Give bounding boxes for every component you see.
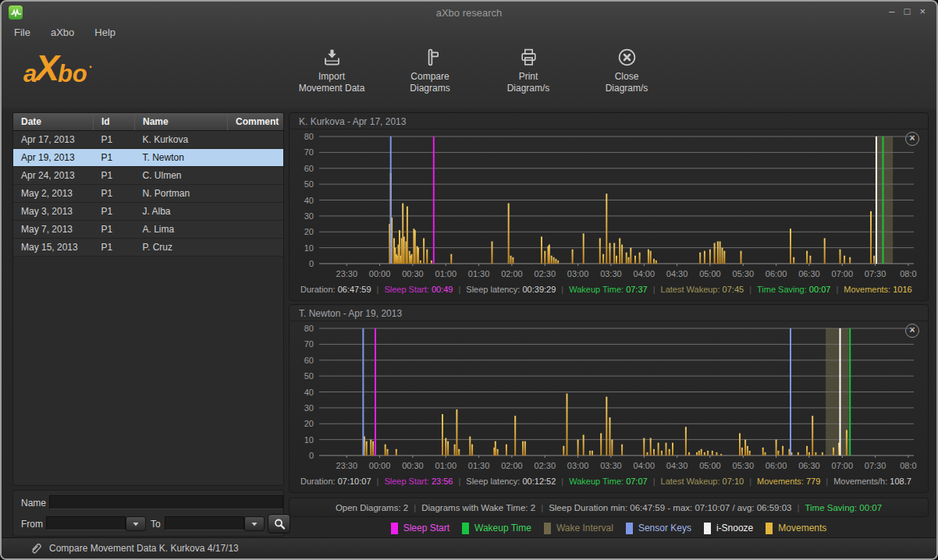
svg-text:03:00: 03:00 xyxy=(567,461,589,470)
to-date-input[interactable] xyxy=(165,516,244,530)
menu-item-file[interactable]: File xyxy=(14,27,30,38)
column-header-name[interactable]: Name xyxy=(135,113,228,131)
table-row[interactable]: May 15, 2013P1P. Cruz xyxy=(13,239,283,257)
movement-chart: 0102030405060708023:3000:0000:3001:0001:… xyxy=(296,132,923,282)
cell-date: Apr 19, 2013 xyxy=(13,149,94,167)
name-filter-label: Name xyxy=(21,498,46,509)
search-button[interactable] xyxy=(268,514,290,533)
stat-duration: Duration: 07:10:07 xyxy=(300,477,371,486)
cell-comment xyxy=(228,221,284,239)
chevron-down-icon xyxy=(250,520,259,528)
cell-date: May 15, 2013 xyxy=(13,239,94,257)
print-diagrams-button[interactable]: PrintDiagram/s xyxy=(479,47,577,94)
table-row[interactable]: Apr 24, 2013P1C. Ulmen xyxy=(13,167,283,185)
svg-text:30: 30 xyxy=(304,211,314,221)
status-bar: Compare Movement Data K. Kurkova 4/17/13 xyxy=(2,537,936,558)
toolbar-button-label: CompareDiagrams xyxy=(410,71,449,94)
app-window: aXbo research –□× FileaXboHelp aXbo· Imp… xyxy=(0,0,938,560)
table-row[interactable]: Apr 17, 2013P1K. Kurkova xyxy=(13,131,283,149)
title-bar: aXbo research –□× xyxy=(2,2,936,23)
cell-name: A. Lima xyxy=(135,221,228,239)
summary-segment: Open Diagrams: 2 xyxy=(336,503,408,512)
svg-text:06:30: 06:30 xyxy=(798,269,820,278)
svg-text:00:30: 00:30 xyxy=(402,269,424,278)
svg-text:01:30: 01:30 xyxy=(468,269,490,278)
menu-item-axbo[interactable]: aXbo xyxy=(51,27,74,38)
svg-text:07:30: 07:30 xyxy=(865,269,886,278)
compare-diagrams-button[interactable]: CompareDiagrams xyxy=(381,47,479,94)
svg-text:05:00: 05:00 xyxy=(699,269,721,278)
column-header-date[interactable]: Date xyxy=(13,113,94,131)
cell-name: C. Ulmen xyxy=(135,167,228,185)
svg-text:01:30: 01:30 xyxy=(468,461,490,470)
svg-text:0: 0 xyxy=(309,451,314,460)
legend-item-sensor-keys: Sensor Keys xyxy=(626,523,691,534)
cell-date: May 3, 2013 xyxy=(13,203,94,221)
svg-text:03:30: 03:30 xyxy=(600,461,622,470)
svg-text:40: 40 xyxy=(304,196,314,205)
table-row[interactable]: Apr 19, 2013P1T. Newton xyxy=(13,149,283,167)
svg-text:50: 50 xyxy=(304,179,314,189)
svg-text:02:00: 02:00 xyxy=(501,461,523,470)
legend-label: Sensor Keys xyxy=(638,523,691,533)
name-filter-input[interactable] xyxy=(49,495,283,509)
chart-title: T. Newton - Apr 19, 2013 xyxy=(299,308,402,319)
minimize-button[interactable]: – xyxy=(889,6,894,17)
svg-text:80: 80 xyxy=(304,132,314,141)
chart-panel-2: T. Newton - Apr 19, 2013×010203040506070… xyxy=(289,304,929,493)
svg-text:02:30: 02:30 xyxy=(535,269,556,278)
cell-comment xyxy=(228,239,284,257)
close-diagrams-button[interactable]: CloseDiagram/s xyxy=(577,47,676,94)
stat-sleep-start: Sleep Start: 00:49 xyxy=(384,285,453,294)
svg-text:70: 70 xyxy=(304,147,314,157)
maximize-button[interactable]: □ xyxy=(904,6,911,17)
cell-date: May 2, 2013 xyxy=(13,185,94,203)
svg-text:80: 80 xyxy=(304,324,314,333)
column-header-id[interactable]: Id xyxy=(94,113,135,131)
chart-header: T. Newton - Apr 19, 2013 xyxy=(290,305,928,321)
import-icon xyxy=(322,47,343,68)
from-date-dropdown-button[interactable] xyxy=(126,516,146,531)
table-row[interactable]: May 2, 2013P1N. Portman xyxy=(13,185,283,203)
chart-panel-1: K. Kurkova - Apr 17, 2013×01020304050607… xyxy=(289,112,929,301)
svg-text:00:00: 00:00 xyxy=(369,461,391,470)
table-row[interactable]: May 3, 2013P1J. Alba xyxy=(13,203,283,221)
toolbar-button-label: ImportMovement Data xyxy=(299,71,365,94)
stat-latest-wakeup: Latest Wakeup: 07:45 xyxy=(661,285,744,294)
menu-item-help[interactable]: Help xyxy=(94,27,115,38)
svg-text:08:0: 08:0 xyxy=(900,461,916,470)
toolbar-button-label: PrintDiagram/s xyxy=(507,71,550,94)
import-movement-data-button[interactable]: ImportMovement Data xyxy=(282,47,381,94)
status-text: Compare Movement Data K. Kurkova 4/17/13 xyxy=(49,543,239,554)
stat-sleep-start: Sleep Start: 23:56 xyxy=(384,477,453,486)
close-button[interactable]: × xyxy=(919,6,926,17)
cell-date: Apr 24, 2013 xyxy=(13,167,94,185)
svg-text:03:30: 03:30 xyxy=(600,269,622,278)
from-date-input[interactable] xyxy=(46,516,126,530)
table-row[interactable]: May 7, 2013P1A. Lima xyxy=(13,221,283,239)
legend-swatch xyxy=(544,523,551,534)
svg-text:05:00: 05:00 xyxy=(699,461,721,470)
svg-text:07:00: 07:00 xyxy=(832,461,854,470)
svg-text:06:00: 06:00 xyxy=(766,461,787,470)
chevron-down-icon xyxy=(131,520,140,528)
cell-date: Apr 17, 2013 xyxy=(13,131,94,149)
svg-text:0: 0 xyxy=(309,259,314,268)
patients-panel: DateIdNameComment Apr 17, 2013P1K. Kurko… xyxy=(12,112,284,486)
cell-comment xyxy=(228,149,284,167)
legend-item-sleep-start: Sleep Start xyxy=(391,523,449,534)
print-icon xyxy=(518,47,539,68)
to-date-dropdown-button[interactable] xyxy=(244,516,265,531)
legend-item-wakeup-time: Wakeup Time xyxy=(462,523,531,534)
patients-table: DateIdNameComment Apr 17, 2013P1K. Kurko… xyxy=(13,113,283,257)
magnifier-icon xyxy=(272,518,286,530)
movement-bars xyxy=(364,394,847,456)
logo-text: bo xyxy=(58,62,87,86)
stat-sleep-latency: Sleep latency: 00:12:52 xyxy=(466,477,556,486)
cell-name: P. Cruz xyxy=(135,239,228,257)
cell-comment xyxy=(228,203,284,221)
cell-name: T. Newton xyxy=(135,149,228,167)
column-header-comment[interactable]: Comment xyxy=(228,113,284,131)
svg-text:03:00: 03:00 xyxy=(567,269,589,278)
logo-trademark: · xyxy=(89,61,93,73)
